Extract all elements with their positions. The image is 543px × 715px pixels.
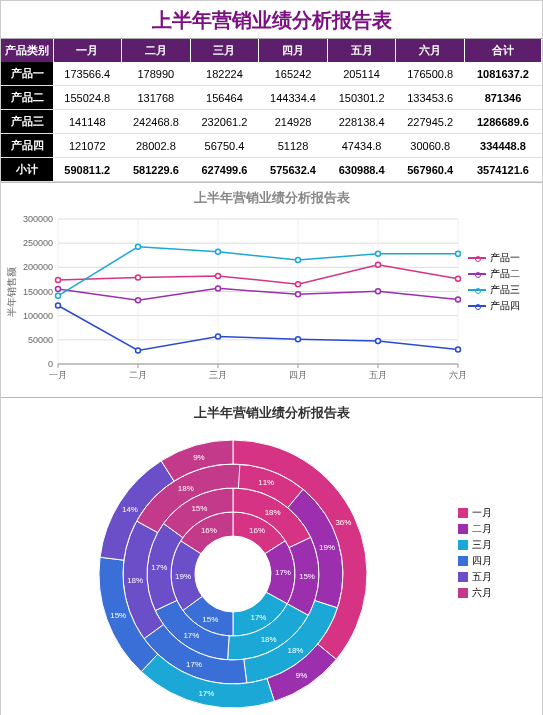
svg-point-57 xyxy=(456,347,461,352)
row-total: 1081637.2 xyxy=(464,62,541,86)
cell: 30060.8 xyxy=(396,134,465,158)
row-header: 产品三 xyxy=(1,110,53,134)
row-total: 871346 xyxy=(464,86,541,110)
cell: 155024.8 xyxy=(53,86,122,110)
col-header: 二月 xyxy=(122,39,191,62)
legend-m1: 一月 xyxy=(472,506,492,520)
svg-point-53 xyxy=(136,348,141,353)
cell: 131768 xyxy=(122,86,191,110)
cell: 56750.4 xyxy=(190,134,259,158)
legend-item-p1: 产品一 xyxy=(490,251,520,265)
cell: 627499.6 xyxy=(190,158,259,182)
cell: 575632.4 xyxy=(259,158,328,182)
svg-text:一月: 一月 xyxy=(49,370,67,380)
svg-point-41 xyxy=(136,298,141,303)
svg-point-45 xyxy=(456,297,461,302)
legend-m5: 五月 xyxy=(472,570,492,584)
cell: 630988.4 xyxy=(327,158,396,182)
svg-point-46 xyxy=(56,293,61,298)
svg-point-37 xyxy=(296,282,301,287)
svg-text:50000: 50000 xyxy=(28,335,53,345)
svg-point-35 xyxy=(136,275,141,280)
cell: 47434.8 xyxy=(327,134,396,158)
svg-point-39 xyxy=(456,276,461,281)
donut-chart-block: 上半年营销业绩分析报告表 16%17%17%15%19%16%18%15%18%… xyxy=(1,397,542,715)
svg-text:三月: 三月 xyxy=(209,370,227,380)
svg-point-52 xyxy=(56,303,61,308)
line-chart: 050000100000150000200000250000300000一月二月… xyxy=(3,209,468,389)
row-total: 334448.8 xyxy=(464,134,541,158)
cell: 567960.4 xyxy=(396,158,465,182)
svg-point-36 xyxy=(216,273,221,278)
legend-item-p3: 产品三 xyxy=(490,283,520,297)
cell: 165242 xyxy=(259,62,328,86)
svg-text:200000: 200000 xyxy=(23,262,53,272)
svg-point-48 xyxy=(216,249,221,254)
svg-text:四月: 四月 xyxy=(289,370,307,380)
cell: 205114 xyxy=(327,62,396,86)
cell: 133453.6 xyxy=(396,86,465,110)
svg-text:300000: 300000 xyxy=(23,214,53,224)
page-title: 上半年营销业绩分析报告表 xyxy=(1,1,542,39)
col-header: 产品类别 xyxy=(1,39,53,62)
cell: 228138.4 xyxy=(327,110,396,134)
cell: 51128 xyxy=(259,134,328,158)
cell: 227945.2 xyxy=(396,110,465,134)
svg-point-55 xyxy=(296,337,301,342)
svg-point-50 xyxy=(376,251,381,256)
data-table: 产品类别一月二月三月四月五月六月合计 产品一173566.41789901822… xyxy=(1,39,542,182)
cell: 590811.2 xyxy=(53,158,122,182)
row-total: 3574121.6 xyxy=(464,158,541,182)
svg-point-34 xyxy=(56,278,61,283)
legend-m2: 二月 xyxy=(472,522,492,536)
svg-point-42 xyxy=(216,286,221,291)
row-header: 产品一 xyxy=(1,62,53,86)
legend-item-p4: 产品四 xyxy=(490,299,520,313)
cell: 182224 xyxy=(190,62,259,86)
svg-text:0: 0 xyxy=(48,359,53,369)
cell: 121072 xyxy=(53,134,122,158)
cell: 144334.4 xyxy=(259,86,328,110)
col-header: 五月 xyxy=(327,39,396,62)
svg-point-44 xyxy=(376,289,381,294)
svg-text:250000: 250000 xyxy=(23,238,53,248)
donut-chart: 16%17%17%15%19%16%18%15%18%17%17%15%11%1… xyxy=(3,424,458,715)
cell: 178990 xyxy=(122,62,191,86)
svg-point-56 xyxy=(376,339,381,344)
col-header: 合计 xyxy=(464,39,541,62)
svg-point-51 xyxy=(456,251,461,256)
legend-m4: 四月 xyxy=(472,554,492,568)
svg-point-38 xyxy=(376,262,381,267)
line-legend: 产品一 产品二 产品三 产品四 xyxy=(468,209,524,315)
svg-text:六月: 六月 xyxy=(449,370,467,380)
row-header: 产品四 xyxy=(1,134,53,158)
cell: 232061.2 xyxy=(190,110,259,134)
line-chart-title: 上半年营销业绩分析报告表 xyxy=(3,189,540,207)
svg-text:五月: 五月 xyxy=(369,370,387,380)
legend-m6: 六月 xyxy=(472,586,492,600)
row-total: 1286689.6 xyxy=(464,110,541,134)
svg-text:半年销售额: 半年销售额 xyxy=(6,267,17,317)
col-header: 三月 xyxy=(190,39,259,62)
legend-m3: 三月 xyxy=(472,538,492,552)
svg-text:100000: 100000 xyxy=(23,311,53,321)
col-header: 四月 xyxy=(259,39,328,62)
cell: 173566.4 xyxy=(53,62,122,86)
cell: 28002.8 xyxy=(122,134,191,158)
donut-legend: 一月 二月 三月 四月 五月 六月 xyxy=(458,424,500,602)
legend-item-p2: 产品二 xyxy=(490,267,520,281)
donut-chart-title: 上半年营销业绩分析报告表 xyxy=(3,404,540,422)
cell: 214928 xyxy=(259,110,328,134)
line-chart-block: 上半年营销业绩分析报告表 050000100000150000200000250… xyxy=(1,182,542,397)
row-header: 产品二 xyxy=(1,86,53,110)
svg-point-43 xyxy=(296,292,301,297)
svg-text:二月: 二月 xyxy=(129,370,147,380)
cell: 141148 xyxy=(53,110,122,134)
row-header: 小计 xyxy=(1,158,53,182)
cell: 156464 xyxy=(190,86,259,110)
cell: 581229.6 xyxy=(122,158,191,182)
svg-point-54 xyxy=(216,334,221,339)
cell: 176500.8 xyxy=(396,62,465,86)
cell: 242468.8 xyxy=(122,110,191,134)
svg-point-40 xyxy=(56,287,61,292)
